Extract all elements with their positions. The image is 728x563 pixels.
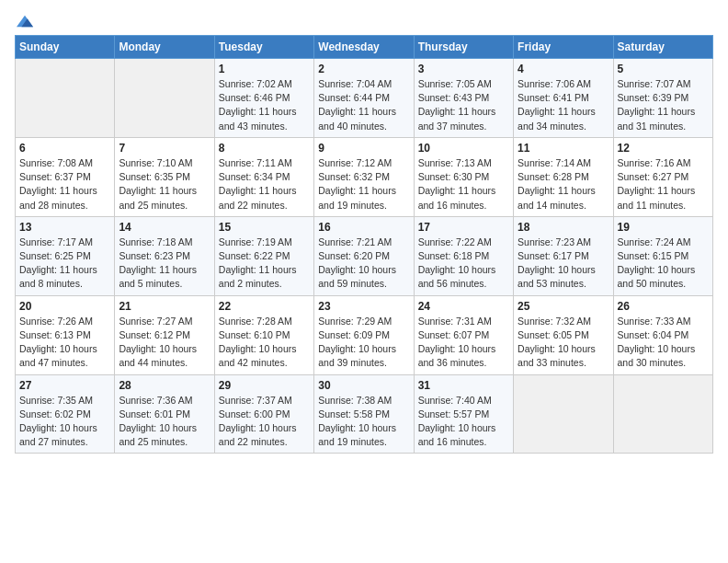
day-detail: Sunrise: 7:33 AMSunset: 6:04 PMDaylight:… xyxy=(618,315,709,371)
day-of-week-header: Wednesday xyxy=(314,36,414,59)
day-number: 27 xyxy=(19,379,110,392)
calendar-cell: 6Sunrise: 7:08 AMSunset: 6:37 PMDaylight… xyxy=(16,137,115,216)
calendar-cell: 8Sunrise: 7:11 AMSunset: 6:34 PMDaylight… xyxy=(214,137,313,216)
day-detail: Sunrise: 7:16 AMSunset: 6:27 PMDaylight:… xyxy=(618,156,709,213)
day-number: 2 xyxy=(318,63,409,75)
calendar-cell xyxy=(613,374,712,454)
day-number: 12 xyxy=(618,142,709,155)
day-of-week-header: Sunday xyxy=(16,36,115,59)
calendar-cell: 10Sunrise: 7:13 AMSunset: 6:30 PMDayligh… xyxy=(414,137,513,216)
logo-icon xyxy=(17,15,33,28)
day-number: 9 xyxy=(318,142,409,155)
day-number: 24 xyxy=(418,300,509,313)
day-detail: Sunrise: 7:21 AMSunset: 6:20 PMDaylight:… xyxy=(318,236,409,292)
day-number: 29 xyxy=(219,379,310,392)
calendar-cell: 3Sunrise: 7:05 AMSunset: 6:43 PMDaylight… xyxy=(414,59,513,138)
day-number: 13 xyxy=(19,221,110,234)
day-detail: Sunrise: 7:05 AMSunset: 6:43 PMDaylight:… xyxy=(418,77,509,133)
day-number: 16 xyxy=(318,221,409,234)
day-detail: Sunrise: 7:36 AMSunset: 6:01 PMDaylight:… xyxy=(119,394,210,450)
calendar-cell: 12Sunrise: 7:16 AMSunset: 6:27 PMDayligh… xyxy=(613,137,712,216)
day-of-week-header: Thursday xyxy=(414,36,513,59)
calendar-cell: 4Sunrise: 7:06 AMSunset: 6:41 PMDaylight… xyxy=(514,59,613,138)
calendar-cell: 31Sunrise: 7:40 AMSunset: 5:57 PMDayligh… xyxy=(414,374,513,454)
day-detail: Sunrise: 7:32 AMSunset: 6:05 PMDaylight:… xyxy=(518,315,609,371)
day-detail: Sunrise: 7:29 AMSunset: 6:09 PMDaylight:… xyxy=(318,315,409,371)
calendar-cell: 20Sunrise: 7:26 AMSunset: 6:13 PMDayligh… xyxy=(16,295,115,374)
calendar-cell: 30Sunrise: 7:38 AMSunset: 5:58 PMDayligh… xyxy=(314,374,414,454)
day-number: 1 xyxy=(219,63,310,75)
calendar-cell: 16Sunrise: 7:21 AMSunset: 6:20 PMDayligh… xyxy=(314,216,414,295)
day-detail: Sunrise: 7:19 AMSunset: 6:22 PMDaylight:… xyxy=(219,236,310,292)
calendar-week-row: 20Sunrise: 7:26 AMSunset: 6:13 PMDayligh… xyxy=(16,295,713,374)
day-number: 7 xyxy=(119,142,210,155)
calendar-cell: 9Sunrise: 7:12 AMSunset: 6:32 PMDaylight… xyxy=(314,137,414,216)
day-of-week-header: Monday xyxy=(115,36,214,59)
day-number: 5 xyxy=(618,63,709,75)
day-of-week-header: Friday xyxy=(514,36,613,59)
day-number: 19 xyxy=(618,221,709,234)
calendar-cell: 28Sunrise: 7:36 AMSunset: 6:01 PMDayligh… xyxy=(115,374,214,454)
day-detail: Sunrise: 7:13 AMSunset: 6:30 PMDaylight:… xyxy=(418,156,509,213)
calendar-cell: 23Sunrise: 7:29 AMSunset: 6:09 PMDayligh… xyxy=(314,295,414,374)
day-detail: Sunrise: 7:06 AMSunset: 6:41 PMDaylight:… xyxy=(518,77,609,133)
day-detail: Sunrise: 7:17 AMSunset: 6:25 PMDaylight:… xyxy=(19,236,110,292)
day-number: 31 xyxy=(418,379,509,392)
calendar-cell: 14Sunrise: 7:18 AMSunset: 6:23 PMDayligh… xyxy=(115,216,214,295)
day-detail: Sunrise: 7:27 AMSunset: 6:12 PMDaylight:… xyxy=(119,315,210,371)
day-number: 10 xyxy=(418,142,509,155)
calendar-cell: 27Sunrise: 7:35 AMSunset: 6:02 PMDayligh… xyxy=(16,374,115,454)
calendar-cell: 1Sunrise: 7:02 AMSunset: 6:46 PMDaylight… xyxy=(214,59,313,138)
day-detail: Sunrise: 7:08 AMSunset: 6:37 PMDaylight:… xyxy=(19,156,110,213)
day-number: 3 xyxy=(418,63,509,75)
day-detail: Sunrise: 7:28 AMSunset: 6:10 PMDaylight:… xyxy=(219,315,310,371)
day-detail: Sunrise: 7:04 AMSunset: 6:44 PMDaylight:… xyxy=(318,77,409,133)
calendar-cell: 5Sunrise: 7:07 AMSunset: 6:39 PMDaylight… xyxy=(613,59,712,138)
page-header xyxy=(15,15,713,28)
day-detail: Sunrise: 7:14 AMSunset: 6:28 PMDaylight:… xyxy=(518,156,609,213)
day-number: 30 xyxy=(318,379,409,392)
calendar-week-row: 13Sunrise: 7:17 AMSunset: 6:25 PMDayligh… xyxy=(16,216,713,295)
calendar-cell xyxy=(514,374,613,454)
calendar-cell: 17Sunrise: 7:22 AMSunset: 6:18 PMDayligh… xyxy=(414,216,513,295)
day-number: 22 xyxy=(219,300,310,313)
day-detail: Sunrise: 7:26 AMSunset: 6:13 PMDaylight:… xyxy=(19,315,110,371)
day-detail: Sunrise: 7:35 AMSunset: 6:02 PMDaylight:… xyxy=(19,394,110,450)
calendar-cell: 15Sunrise: 7:19 AMSunset: 6:22 PMDayligh… xyxy=(214,216,313,295)
day-number: 18 xyxy=(518,221,609,234)
calendar-cell: 19Sunrise: 7:24 AMSunset: 6:15 PMDayligh… xyxy=(613,216,712,295)
day-detail: Sunrise: 7:40 AMSunset: 5:57 PMDaylight:… xyxy=(418,394,509,450)
day-number: 4 xyxy=(518,63,609,75)
day-number: 17 xyxy=(418,221,509,234)
calendar-week-row: 27Sunrise: 7:35 AMSunset: 6:02 PMDayligh… xyxy=(16,374,713,454)
day-detail: Sunrise: 7:12 AMSunset: 6:32 PMDaylight:… xyxy=(318,156,409,213)
calendar-cell: 25Sunrise: 7:32 AMSunset: 6:05 PMDayligh… xyxy=(514,295,613,374)
calendar-cell xyxy=(115,59,214,138)
day-number: 25 xyxy=(518,300,609,313)
day-detail: Sunrise: 7:24 AMSunset: 6:15 PMDaylight:… xyxy=(618,236,709,292)
day-detail: Sunrise: 7:18 AMSunset: 6:23 PMDaylight:… xyxy=(119,236,210,292)
calendar-cell: 11Sunrise: 7:14 AMSunset: 6:28 PMDayligh… xyxy=(514,137,613,216)
day-number: 28 xyxy=(119,379,210,392)
day-number: 8 xyxy=(219,142,310,155)
day-detail: Sunrise: 7:23 AMSunset: 6:17 PMDaylight:… xyxy=(518,236,609,292)
calendar-week-row: 6Sunrise: 7:08 AMSunset: 6:37 PMDaylight… xyxy=(16,137,713,216)
day-number: 20 xyxy=(19,300,110,313)
day-of-week-header: Saturday xyxy=(613,36,712,59)
calendar-week-row: 1Sunrise: 7:02 AMSunset: 6:46 PMDaylight… xyxy=(16,59,713,138)
calendar-cell: 26Sunrise: 7:33 AMSunset: 6:04 PMDayligh… xyxy=(613,295,712,374)
day-number: 11 xyxy=(518,142,609,155)
day-number: 26 xyxy=(618,300,709,313)
day-number: 6 xyxy=(19,142,110,155)
day-number: 15 xyxy=(219,221,310,234)
day-detail: Sunrise: 7:31 AMSunset: 6:07 PMDaylight:… xyxy=(418,315,509,371)
calendar-cell xyxy=(16,59,115,138)
calendar-cell: 13Sunrise: 7:17 AMSunset: 6:25 PMDayligh… xyxy=(16,216,115,295)
day-detail: Sunrise: 7:22 AMSunset: 6:18 PMDaylight:… xyxy=(418,236,509,292)
calendar-table: SundayMondayTuesdayWednesdayThursdayFrid… xyxy=(15,35,713,454)
day-detail: Sunrise: 7:11 AMSunset: 6:34 PMDaylight:… xyxy=(219,156,310,213)
day-detail: Sunrise: 7:02 AMSunset: 6:46 PMDaylight:… xyxy=(219,77,310,133)
day-number: 14 xyxy=(119,221,210,234)
day-of-week-header: Tuesday xyxy=(214,36,313,59)
calendar-header-row: SundayMondayTuesdayWednesdayThursdayFrid… xyxy=(16,36,713,59)
